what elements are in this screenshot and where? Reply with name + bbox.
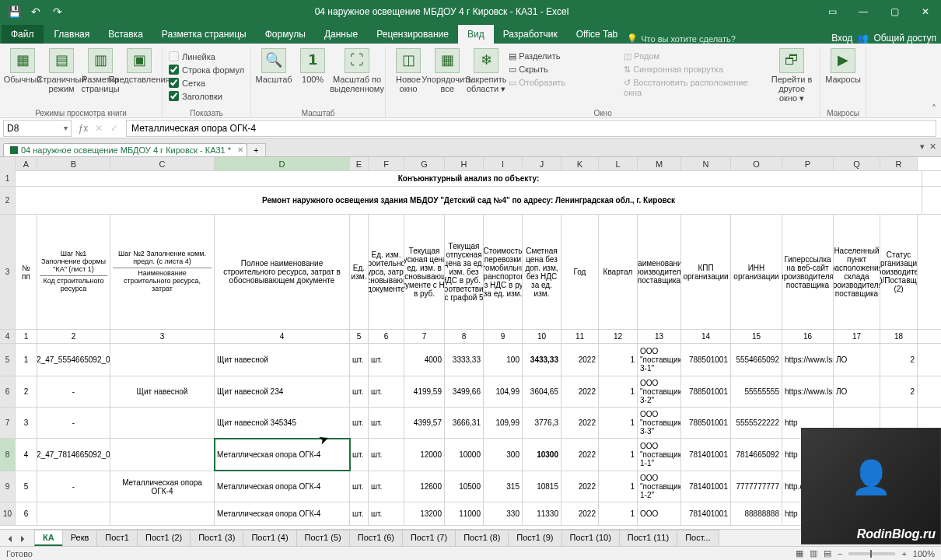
hide-button[interactable]: ▭ Скрыть xyxy=(509,65,617,75)
cell[interactable]: Год xyxy=(561,215,599,329)
row-header-8[interactable]: 8 xyxy=(0,439,16,471)
row-header-9[interactable]: 9 xyxy=(0,471,16,502)
cell[interactable]: 5555522222 xyxy=(731,408,782,438)
cell[interactable]: 1 xyxy=(599,376,638,407)
cell[interactable]: Стоимость перевозки автомобильным трансп… xyxy=(484,215,523,329)
new-tab-button[interactable]: + xyxy=(247,143,265,156)
cell[interactable]: Шаг №2 Заполнение комм. предл. (с листа … xyxy=(110,215,215,329)
cell[interactable]: 3604,65 xyxy=(523,376,561,407)
cell[interactable]: 11000 xyxy=(445,502,484,525)
zoom-out-icon[interactable]: − xyxy=(838,549,842,558)
cell[interactable]: 6 xyxy=(369,330,404,343)
cell[interactable]: 2022 xyxy=(561,376,599,407)
tab-formulas[interactable]: Формулы xyxy=(256,25,315,44)
cell[interactable]: шт. xyxy=(369,376,404,407)
tab-scroll-icon[interactable]: ▾ xyxy=(920,142,925,152)
cell[interactable]: ООО "поставщик 1-2" xyxy=(638,471,681,502)
cell[interactable]: Квартал xyxy=(599,215,638,329)
cell[interactable]: Гиперссылка на веб-сайт производителя/по… xyxy=(782,215,834,329)
zoom-in-icon[interactable]: + xyxy=(901,549,906,558)
cell[interactable]: 10 xyxy=(523,330,561,343)
cell[interactable]: 88888888 xyxy=(731,502,782,525)
maximize-icon[interactable]: ▢ xyxy=(879,0,910,23)
cell[interactable]: шт. xyxy=(369,471,404,502)
cell[interactable]: - xyxy=(37,471,110,502)
minimize-icon[interactable]: — xyxy=(848,0,879,23)
cell[interactable]: Щит навесной 234 xyxy=(215,376,350,407)
cell[interactable]: Населенный пункт расположения склада про… xyxy=(834,215,880,329)
cell[interactable]: ООО "поставщик 3-3" xyxy=(638,408,681,438)
cell[interactable]: ООО xyxy=(638,502,681,525)
cell[interactable]: КПП организации xyxy=(681,215,731,329)
cell[interactable]: ТЦ_05.1.05.02_47_5554665092_04.04.2022_0… xyxy=(37,344,110,376)
cell[interactable]: ЛО xyxy=(834,376,880,407)
col-header-N[interactable]: N xyxy=(681,157,731,170)
cell[interactable]: 10300 xyxy=(523,439,561,471)
undo-icon[interactable]: ↶ xyxy=(26,2,45,21)
cell[interactable]: 55555555 xyxy=(731,376,782,407)
cell[interactable]: 330 xyxy=(484,502,523,525)
cell[interactable]: ИНН организации xyxy=(731,215,782,329)
view-pagelayout-icon[interactable]: ▥ xyxy=(810,548,817,558)
cell[interactable]: 788501001 xyxy=(681,408,731,438)
cell[interactable]: 6 xyxy=(16,502,37,525)
cell[interactable]: 3499,66 xyxy=(445,376,484,407)
row-header-2[interactable]: 2 xyxy=(0,187,16,214)
cell[interactable]: 2022 xyxy=(561,344,599,376)
cell[interactable]: Ремонт наружного освещения здания МБДОУ … xyxy=(16,187,922,214)
cell[interactable]: шт. xyxy=(369,439,404,471)
chevron-down-icon[interactable]: ▾ xyxy=(64,124,68,132)
cell[interactable]: 4399,57 xyxy=(404,408,445,438)
col-header-Q[interactable]: Q xyxy=(834,157,880,170)
ruler-checkbox[interactable]: Линейка xyxy=(169,51,244,61)
cell[interactable]: шт. xyxy=(369,344,404,376)
col-header-K[interactable]: K xyxy=(561,157,599,170)
cell[interactable]: ООО "поставщик 1-1" xyxy=(638,439,681,471)
cell[interactable]: 3666,31 xyxy=(445,408,484,438)
gridlines-checkbox[interactable]: Сетка xyxy=(169,78,244,88)
insert-function-icon[interactable]: ƒx xyxy=(76,123,90,134)
col-header-B[interactable]: B xyxy=(37,157,110,170)
cell[interactable]: 1 xyxy=(599,471,638,502)
unhide-button[interactable]: ▭ Отобразить xyxy=(509,78,617,88)
cell[interactable]: 9 xyxy=(484,330,523,343)
formulabar-checkbox[interactable]: Строка формул xyxy=(169,65,244,75)
cell[interactable]: - xyxy=(37,376,110,407)
cell[interactable]: 781401001 xyxy=(681,439,731,471)
sheet-tab[interactable]: КА xyxy=(34,530,63,546)
cell[interactable]: 16 xyxy=(782,330,834,343)
sheet-tab[interactable]: Пост1 (9) xyxy=(508,530,561,546)
cell[interactable] xyxy=(110,408,215,438)
sheet-nav-last-icon[interactable]: ⏵ xyxy=(17,534,28,543)
cell[interactable]: 1 xyxy=(599,344,638,376)
row-header-10[interactable]: 10 xyxy=(0,502,16,525)
sheet-tab[interactable]: Пост1 (8) xyxy=(455,530,509,546)
cell[interactable]: шт. xyxy=(350,344,369,376)
sheet-nav-first-icon[interactable]: ⏴ xyxy=(5,534,16,543)
cell[interactable]: 5 xyxy=(350,330,369,343)
sheet-tab[interactable]: Рекв xyxy=(62,530,98,546)
cell[interactable]: 15 xyxy=(731,330,782,343)
row-header-6[interactable]: 6 xyxy=(0,376,16,407)
cell[interactable]: 12 xyxy=(599,330,638,343)
row-header-4[interactable]: 4 xyxy=(0,330,16,343)
cell[interactable]: 12000 xyxy=(404,439,445,471)
cell[interactable]: 11330 xyxy=(523,502,561,525)
cell[interactable]: 2022 xyxy=(561,502,599,525)
col-header-G[interactable]: G xyxy=(404,157,445,170)
cell[interactable]: шт. xyxy=(350,439,369,471)
cell[interactable]: 315 xyxy=(484,471,523,502)
row-header-3[interactable]: 3 xyxy=(0,215,16,329)
col-header-R[interactable]: R xyxy=(880,157,918,170)
close-icon[interactable]: ✕ xyxy=(910,0,941,23)
sheet-tab[interactable]: Пост1 (2) xyxy=(137,530,191,546)
cell[interactable]: Полное наименование строительного ресурс… xyxy=(215,215,350,329)
view-normal-button[interactable]: ▦Обычный xyxy=(6,48,39,84)
cell[interactable]: 4000 xyxy=(404,344,445,376)
col-header-C[interactable]: C xyxy=(110,157,215,170)
cell[interactable]: 781401001 xyxy=(681,471,731,502)
cell[interactable]: Текущая отпускная цена за ед. изм. без Н… xyxy=(445,215,484,329)
arrange-button[interactable]: ▦Упорядочить все xyxy=(431,48,464,93)
cell[interactable]: Текущая отпускная цена за ед. изм. в обо… xyxy=(404,215,445,329)
cell[interactable]: 104,99 xyxy=(484,376,523,407)
